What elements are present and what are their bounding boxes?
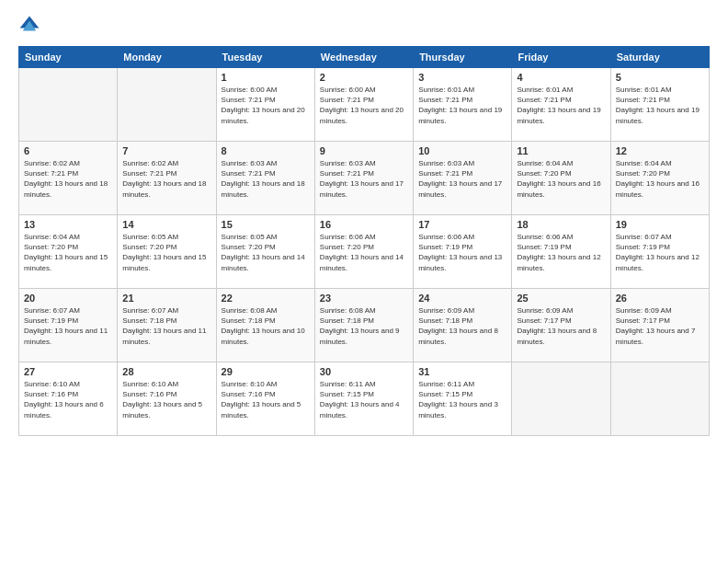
calendar-cell: 19Sunrise: 6:07 AM Sunset: 7:19 PM Dayli… <box>610 215 709 289</box>
day-info: Sunrise: 6:02 AM Sunset: 7:21 PM Dayligh… <box>122 158 210 200</box>
day-info: Sunrise: 6:07 AM Sunset: 7:19 PM Dayligh… <box>616 232 704 273</box>
calendar-week-5: 27Sunrise: 6:10 AM Sunset: 7:16 PM Dayli… <box>19 362 710 436</box>
day-info: Sunrise: 6:01 AM Sunset: 7:21 PM Dayligh… <box>517 85 605 126</box>
day-info: Sunrise: 6:03 AM Sunset: 7:21 PM Dayligh… <box>320 158 408 200</box>
day-info: Sunrise: 6:03 AM Sunset: 7:21 PM Dayligh… <box>418 158 506 200</box>
calendar-week-4: 20Sunrise: 6:07 AM Sunset: 7:19 PM Dayli… <box>19 289 710 362</box>
day-info: Sunrise: 6:07 AM Sunset: 7:19 PM Dayligh… <box>24 305 112 347</box>
day-number: 31 <box>418 366 506 377</box>
day-number: 4 <box>517 72 605 83</box>
calendar-cell: 7Sunrise: 6:02 AM Sunset: 7:21 PM Daylig… <box>118 142 216 215</box>
calendar-cell: 15Sunrise: 6:05 AM Sunset: 7:20 PM Dayli… <box>216 215 314 289</box>
day-info: Sunrise: 6:09 AM Sunset: 7:17 PM Dayligh… <box>616 305 704 347</box>
calendar-cell: 25Sunrise: 6:09 AM Sunset: 7:17 PM Dayli… <box>512 289 610 362</box>
main-container: SundayMondayTuesdayWednesdayThursdayFrid… <box>0 0 728 563</box>
calendar-cell: 13Sunrise: 6:04 AM Sunset: 7:20 PM Dayli… <box>19 215 118 289</box>
day-number: 25 <box>517 293 605 304</box>
day-header-tuesday: Tuesday <box>216 47 314 68</box>
calendar-cell <box>610 362 709 436</box>
calendar-week-2: 6Sunrise: 6:02 AM Sunset: 7:21 PM Daylig… <box>19 142 710 215</box>
calendar-cell: 4Sunrise: 6:01 AM Sunset: 7:21 PM Daylig… <box>512 68 610 142</box>
day-info: Sunrise: 6:08 AM Sunset: 7:18 PM Dayligh… <box>222 305 310 347</box>
day-header-monday: Monday <box>118 47 216 68</box>
day-info: Sunrise: 6:01 AM Sunset: 7:21 PM Dayligh… <box>616 85 704 126</box>
calendar-cell: 29Sunrise: 6:10 AM Sunset: 7:16 PM Dayli… <box>216 362 314 436</box>
calendar-cell: 3Sunrise: 6:01 AM Sunset: 7:21 PM Daylig… <box>414 68 512 142</box>
day-number: 9 <box>320 145 408 156</box>
day-number: 19 <box>616 219 704 230</box>
day-info: Sunrise: 6:05 AM Sunset: 7:20 PM Dayligh… <box>122 232 210 273</box>
calendar-cell: 12Sunrise: 6:04 AM Sunset: 7:20 PM Dayli… <box>610 142 709 215</box>
day-header-saturday: Saturday <box>610 47 709 68</box>
day-number: 3 <box>418 72 506 83</box>
day-info: Sunrise: 6:10 AM Sunset: 7:16 PM Dayligh… <box>122 379 210 420</box>
header-row: SundayMondayTuesdayWednesdayThursdayFrid… <box>19 47 710 68</box>
calendar-table: SundayMondayTuesdayWednesdayThursdayFrid… <box>18 46 710 436</box>
calendar-cell: 23Sunrise: 6:08 AM Sunset: 7:18 PM Dayli… <box>314 289 413 362</box>
day-info: Sunrise: 6:08 AM Sunset: 7:18 PM Dayligh… <box>320 305 408 347</box>
day-number: 1 <box>222 72 310 83</box>
day-info: Sunrise: 6:06 AM Sunset: 7:19 PM Dayligh… <box>517 232 605 273</box>
day-number: 15 <box>222 219 310 230</box>
day-number: 24 <box>418 293 506 304</box>
logo-icon <box>18 15 40 37</box>
day-number: 14 <box>122 219 210 230</box>
day-number: 17 <box>418 219 506 230</box>
day-number: 20 <box>24 293 112 304</box>
day-info: Sunrise: 6:02 AM Sunset: 7:21 PM Dayligh… <box>24 158 112 200</box>
day-info: Sunrise: 6:04 AM Sunset: 7:20 PM Dayligh… <box>616 158 704 200</box>
calendar-cell: 10Sunrise: 6:03 AM Sunset: 7:21 PM Dayli… <box>414 142 512 215</box>
calendar-cell: 2Sunrise: 6:00 AM Sunset: 7:21 PM Daylig… <box>314 68 413 142</box>
calendar-cell: 1Sunrise: 6:00 AM Sunset: 7:21 PM Daylig… <box>216 68 314 142</box>
day-info: Sunrise: 6:01 AM Sunset: 7:21 PM Dayligh… <box>418 85 506 126</box>
day-info: Sunrise: 6:05 AM Sunset: 7:20 PM Dayligh… <box>222 232 310 273</box>
day-number: 13 <box>24 219 112 230</box>
day-number: 11 <box>517 145 605 156</box>
day-number: 18 <box>517 219 605 230</box>
logo <box>18 15 44 37</box>
day-header-wednesday: Wednesday <box>314 47 413 68</box>
calendar-cell: 28Sunrise: 6:10 AM Sunset: 7:16 PM Dayli… <box>118 362 216 436</box>
calendar-cell: 27Sunrise: 6:10 AM Sunset: 7:16 PM Dayli… <box>19 362 118 436</box>
calendar-cell: 22Sunrise: 6:08 AM Sunset: 7:18 PM Dayli… <box>216 289 314 362</box>
day-info: Sunrise: 6:10 AM Sunset: 7:16 PM Dayligh… <box>24 379 112 420</box>
day-number: 16 <box>320 219 408 230</box>
day-number: 7 <box>122 145 210 156</box>
day-info: Sunrise: 6:06 AM Sunset: 7:19 PM Dayligh… <box>418 232 506 273</box>
day-info: Sunrise: 6:09 AM Sunset: 7:17 PM Dayligh… <box>517 305 605 347</box>
day-info: Sunrise: 6:11 AM Sunset: 7:15 PM Dayligh… <box>418 379 506 420</box>
day-number: 5 <box>616 72 704 83</box>
calendar-cell <box>19 68 118 142</box>
day-number: 30 <box>320 366 408 377</box>
calendar-cell: 18Sunrise: 6:06 AM Sunset: 7:19 PM Dayli… <box>512 215 610 289</box>
day-number: 21 <box>122 293 210 304</box>
day-info: Sunrise: 6:06 AM Sunset: 7:20 PM Dayligh… <box>320 232 408 273</box>
day-number: 27 <box>24 366 112 377</box>
day-info: Sunrise: 6:11 AM Sunset: 7:15 PM Dayligh… <box>320 379 408 420</box>
header <box>18 15 710 37</box>
day-number: 29 <box>222 366 310 377</box>
calendar-cell: 14Sunrise: 6:05 AM Sunset: 7:20 PM Dayli… <box>118 215 216 289</box>
calendar-cell: 26Sunrise: 6:09 AM Sunset: 7:17 PM Dayli… <box>610 289 709 362</box>
calendar-week-3: 13Sunrise: 6:04 AM Sunset: 7:20 PM Dayli… <box>19 215 710 289</box>
calendar-cell: 24Sunrise: 6:09 AM Sunset: 7:18 PM Dayli… <box>414 289 512 362</box>
day-number: 2 <box>320 72 408 83</box>
day-info: Sunrise: 6:04 AM Sunset: 7:20 PM Dayligh… <box>517 158 605 200</box>
calendar-week-1: 1Sunrise: 6:00 AM Sunset: 7:21 PM Daylig… <box>19 68 710 142</box>
day-info: Sunrise: 6:00 AM Sunset: 7:21 PM Dayligh… <box>222 85 310 126</box>
day-info: Sunrise: 6:04 AM Sunset: 7:20 PM Dayligh… <box>24 232 112 273</box>
day-number: 26 <box>616 293 704 304</box>
calendar-cell: 8Sunrise: 6:03 AM Sunset: 7:21 PM Daylig… <box>216 142 314 215</box>
calendar-cell: 9Sunrise: 6:03 AM Sunset: 7:21 PM Daylig… <box>314 142 413 215</box>
day-number: 6 <box>24 145 112 156</box>
day-info: Sunrise: 6:00 AM Sunset: 7:21 PM Dayligh… <box>320 85 408 126</box>
day-number: 12 <box>616 145 704 156</box>
day-header-sunday: Sunday <box>19 47 118 68</box>
day-number: 28 <box>122 366 210 377</box>
calendar-cell: 6Sunrise: 6:02 AM Sunset: 7:21 PM Daylig… <box>19 142 118 215</box>
calendar-header: SundayMondayTuesdayWednesdayThursdayFrid… <box>19 47 710 68</box>
calendar-cell: 21Sunrise: 6:07 AM Sunset: 7:18 PM Dayli… <box>118 289 216 362</box>
calendar-body: 1Sunrise: 6:00 AM Sunset: 7:21 PM Daylig… <box>19 68 710 436</box>
day-number: 22 <box>222 293 310 304</box>
day-number: 23 <box>320 293 408 304</box>
